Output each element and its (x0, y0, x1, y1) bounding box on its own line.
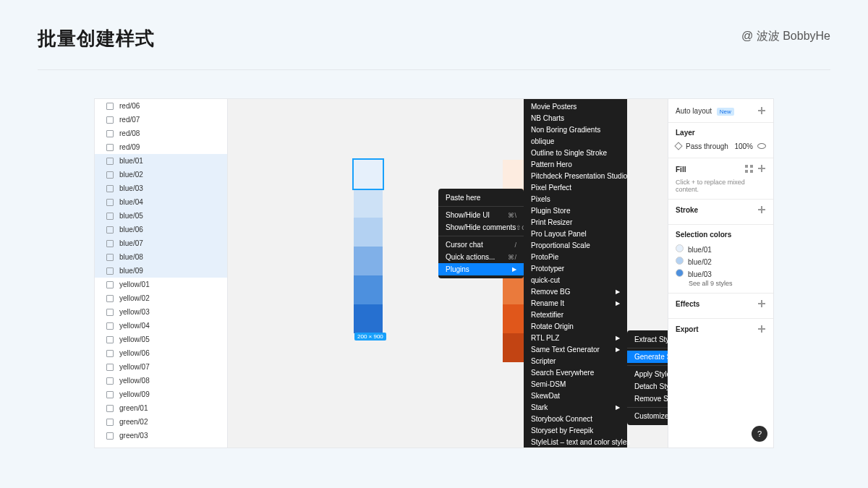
plugin-menu-item[interactable]: Same Text Generator▶ (524, 343, 627, 355)
menu-separator (438, 206, 524, 207)
plugin-menu-item[interactable]: Pitchdeck Presentation Studio (524, 170, 627, 181)
selection-color-row[interactable]: blue/02 (676, 255, 766, 267)
plugin-menu-item[interactable]: Pixels (524, 193, 627, 205)
layer-row[interactable]: yellow/07 (95, 360, 227, 374)
layer-section: Layer Pass through 100% (668, 123, 773, 158)
menu-showhide-comments[interactable]: Show/Hide comments⇧C (438, 221, 524, 234)
plugin-menu-item[interactable]: Movie Posters (524, 100, 627, 112)
menu-quick-actions[interactable]: Quick actions...⌘/ (438, 251, 524, 263)
menu-cursor-chat[interactable]: Cursor chat/ (438, 239, 524, 251)
blue-swatch-column[interactable] (354, 160, 383, 333)
layer-row[interactable]: yellow/02 (95, 291, 227, 305)
color-name: blue/02 (688, 258, 712, 266)
plugin-menu-item[interactable]: Semi-DSM (524, 378, 627, 390)
plugin-menu-item[interactable]: Pattern Hero (524, 158, 627, 170)
plugin-menu-item[interactable]: Plugin Store (524, 205, 627, 216)
layer-row[interactable]: yellow/08 (95, 374, 227, 388)
eye-icon[interactable] (757, 143, 766, 149)
layer-row[interactable]: blue/03 (95, 181, 227, 195)
layer-row[interactable]: green/02 (95, 415, 227, 429)
layer-row[interactable]: red/07 (95, 113, 227, 127)
plugin-menu-item[interactable]: Non Boring Gradients (524, 124, 627, 135)
menu-label: Storyset by Freepik (531, 427, 593, 435)
menu-label: Rotate Origin (531, 322, 574, 330)
layer-row[interactable]: blue/07 (95, 236, 227, 250)
layer-row[interactable]: blue/01 (95, 154, 227, 168)
layer-name: blue/01 (119, 157, 143, 165)
plugin-menu-item[interactable]: Stark▶ (524, 401, 627, 413)
plugin-menu-item[interactable]: Rotate Origin (524, 320, 627, 332)
plugin-menu-item[interactable]: StyleList – text and color styles (524, 436, 627, 448)
plugin-menu-item[interactable]: Remove BG▶ (524, 286, 627, 297)
plugin-menu-item[interactable]: Rename It▶ (524, 297, 627, 309)
plugin-menu-item[interactable]: Storyset by Freepik (524, 424, 627, 436)
plugin-menu-item[interactable]: SkewDat (524, 390, 627, 401)
layer-row[interactable]: yellow/09 (95, 388, 227, 401)
plugin-menu-item[interactable]: ProtoPie (524, 251, 627, 262)
color-swatch[interactable] (354, 218, 383, 247)
menu-plugins[interactable]: Plugins▶ (438, 263, 524, 275)
layer-row[interactable]: yellow/05 (95, 333, 227, 346)
plugin-menu-item[interactable]: Pixel Perfect (524, 181, 627, 193)
plugin-menu-item[interactable]: Prototyper (524, 262, 627, 274)
layer-name: blue/03 (119, 184, 143, 192)
layer-row[interactable]: yellow/01 (95, 278, 227, 291)
see-all-styles-link[interactable]: See all 9 styles (689, 280, 766, 287)
color-swatch[interactable] (354, 189, 383, 218)
color-swatch[interactable] (354, 275, 383, 304)
layer-row[interactable]: blue/05 (95, 209, 227, 223)
canvas[interactable]: 200 × 900 Paste here Show/Hide UI⌘\ Show… (228, 99, 668, 448)
plus-icon[interactable] (757, 164, 766, 173)
selection-color-row[interactable]: blue/01 (676, 243, 766, 255)
plugin-menu-item[interactable]: Scripter (524, 355, 627, 367)
plugin-menu-item[interactable]: Retextifier (524, 309, 627, 320)
layer-row[interactable]: blue/09 (95, 264, 227, 278)
layer-row[interactable]: blue/04 (95, 195, 227, 209)
menu-label: Plugin Store (531, 207, 570, 215)
blend-mode-value[interactable]: Pass through (686, 142, 728, 150)
layer-row[interactable]: blue/08 (95, 250, 227, 264)
section-title: Effects (676, 300, 699, 308)
style-grid-icon[interactable] (745, 165, 753, 173)
color-swatch[interactable] (354, 160, 383, 189)
plugin-menu-item[interactable]: Styler▶ (524, 448, 627, 448)
color-name: blue/03 (688, 270, 712, 278)
plus-icon[interactable] (757, 299, 766, 308)
plus-icon[interactable] (757, 106, 766, 115)
plugin-menu-item[interactable]: Print Resizer (524, 216, 627, 228)
selection-colors-section: Selection colors blue/01blue/02blue/03 S… (668, 225, 773, 294)
opacity-value[interactable]: 100% (734, 142, 753, 150)
layer-row[interactable]: red/06 (95, 99, 227, 113)
layer-row[interactable]: green/01 (95, 401, 227, 415)
menu-paste-here[interactable]: Paste here (438, 192, 524, 204)
menu-showhide-ui[interactable]: Show/Hide UI⌘\ (438, 209, 524, 221)
plugin-menu-item[interactable]: Outline to Single Stroke (524, 147, 627, 158)
plugin-menu-item[interactable]: Search Everywhere (524, 367, 627, 378)
layer-row[interactable]: green/03 (95, 429, 227, 442)
color-swatch[interactable] (354, 247, 383, 275)
menu-label: Cursor chat (446, 241, 483, 249)
plugin-menu-item[interactable]: Storybook Connect (524, 413, 627, 424)
layer-row[interactable]: red/08 (95, 127, 227, 140)
plugin-menu-item[interactable]: NB Charts (524, 112, 627, 124)
plus-icon[interactable] (757, 325, 766, 333)
layer-row[interactable]: blue/06 (95, 223, 227, 236)
plugin-menu-item[interactable]: Proportional Scale (524, 239, 627, 251)
menu-label: Show/Hide comments (446, 223, 516, 231)
plugin-menu-item[interactable]: quick-cut (524, 274, 627, 286)
selection-color-row[interactable]: blue/03 (676, 267, 766, 280)
frame-icon (106, 295, 114, 302)
plugin-menu-item[interactable]: Pro Layout Panel (524, 228, 627, 239)
color-swatch[interactable] (354, 304, 383, 333)
plugin-menu-item[interactable]: RTL PLZ▶ (524, 332, 627, 343)
help-button[interactable]: ? (752, 426, 767, 442)
layer-row[interactable]: red/09 (95, 140, 227, 154)
layer-row[interactable]: yellow/04 (95, 319, 227, 333)
layer-row[interactable]: blue/02 (95, 168, 227, 181)
menu-label: Scripter (531, 357, 556, 365)
layer-row[interactable]: yellow/03 (95, 305, 227, 319)
layer-row[interactable]: yellow/06 (95, 346, 227, 360)
color-chip (676, 244, 684, 252)
plus-icon[interactable] (757, 205, 766, 214)
plugin-menu-item[interactable]: oblique (524, 135, 627, 147)
